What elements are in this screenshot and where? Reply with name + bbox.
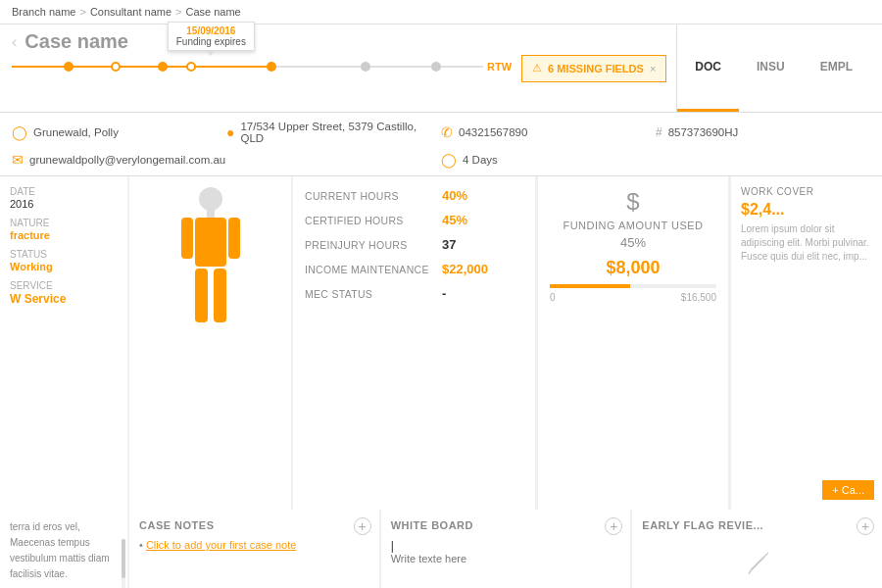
breadcrumb-consultant[interactable]: Consultant name: [90, 6, 172, 18]
patient-email: grunewaldpolly@verylongemail.com.au: [29, 154, 225, 166]
current-hours-value: 40%: [442, 188, 467, 203]
breadcrumb-sep2: >: [175, 6, 181, 18]
timeline-dot-2[interactable]: [111, 62, 121, 72]
missing-fields-banner: ⚠ 6 MISSING FIELDS ×: [521, 55, 666, 82]
workcov-body-text: Lorem ipsum dolor sit adipiscing elit. M…: [741, 222, 872, 264]
person-icon: ◯: [12, 124, 27, 140]
stat-mec: MEC STATUS -: [305, 286, 523, 301]
certified-hours-value: 45%: [442, 213, 467, 227]
income-value: $22,000: [442, 262, 488, 276]
funding-bar-fill: [550, 284, 630, 288]
case-note-first-link[interactable]: Click to add your first case note: [146, 539, 296, 551]
timeline-dot-6[interactable]: [361, 62, 370, 72]
funding-bar-container: [550, 284, 716, 288]
svg-rect-4: [228, 218, 240, 259]
funding-amount: $8,000: [550, 258, 716, 278]
whiteboard-input[interactable]: [391, 553, 621, 564]
figure-panel: [129, 176, 291, 510]
breadcrumb-branch[interactable]: Branch name: [12, 6, 75, 18]
income-label: INCOME MAINTENANCE: [305, 264, 442, 275]
whiteboard-content: |: [391, 539, 621, 564]
workcov-title: WORK COVER: [741, 186, 872, 197]
right-tabs: DOC INSU EMPL: [676, 24, 870, 112]
status-label: STATUS: [10, 249, 118, 260]
workcov-add-button[interactable]: + Ca...: [822, 480, 874, 500]
preinjury-hours-value: 37: [442, 237, 456, 252]
funding-percentage: 45%: [550, 235, 716, 250]
workcov-amount: $2,4...: [741, 201, 872, 219]
timeline-area: 15/09/2016 Funding expires RTW: [12, 53, 512, 82]
stat-certified-hours: CERTIFIED HOURS 45%: [305, 213, 523, 227]
hash-icon: #: [656, 125, 662, 139]
tab-insu[interactable]: INSU: [739, 24, 803, 112]
info-email: ✉ grunewaldpolly@verylongemail.com.au: [12, 152, 441, 168]
svg-rect-2: [195, 218, 226, 267]
preinjury-hours-label: PREINJURY HOURS: [305, 239, 442, 251]
timeline-tooltip: 15/09/2016 Funding expires: [168, 22, 255, 51]
workcov-panel: WORK COVER $2,4... Lorem ipsum dolor sit…: [730, 176, 882, 510]
timeline-line-filled: [12, 66, 271, 68]
content-area: DATE 2016 NATURE fracture STATUS Working…: [0, 176, 882, 510]
missing-fields-close[interactable]: ×: [650, 63, 656, 74]
whiteboard-add-button[interactable]: +: [605, 517, 622, 535]
back-arrow-button[interactable]: ‹: [12, 33, 17, 51]
timeline-cursor[interactable]: [191, 57, 211, 76]
tab-empl[interactable]: EMPL: [803, 24, 870, 112]
tooltip-arrow: [206, 50, 216, 56]
early-flag-title: EARLY FLAG REVIE...: [642, 519, 872, 531]
case-name-title: Case name: [24, 30, 128, 53]
main-header: ‹ Case name 15/09/2016 Funding expires: [0, 24, 882, 113]
timeline-dot-7[interactable]: [431, 62, 441, 72]
stat-preinjury-hours: PREINJURY HOURS 37: [305, 237, 523, 252]
patient-duration: 4 Days: [463, 154, 498, 166]
missing-fields-label: MISSING FIELDS: [557, 63, 644, 74]
patient-address: 17/534 Upper Street, 5379 Castillo, QLD: [240, 121, 441, 144]
stat-current-hours: CURRENT HOURS 40%: [305, 188, 523, 203]
tab-doc[interactable]: DOC: [677, 24, 739, 112]
funding-range-min: 0: [550, 292, 556, 303]
current-hours-label: CURRENT HOURS: [305, 190, 442, 202]
service-value: W Service: [10, 292, 118, 306]
card-scroll: terra id eros vel, Maecenas tempus vesti…: [0, 510, 127, 588]
body-figure-svg: [172, 184, 250, 336]
scrollbar-track[interactable]: [122, 539, 125, 588]
phone-icon: ✆: [441, 124, 453, 140]
early-flag-add-button[interactable]: +: [857, 517, 874, 535]
case-notes-content: • Click to add your first case note: [139, 539, 369, 551]
breadcrumb-case[interactable]: Case name: [185, 6, 240, 18]
scrollbar-thumb[interactable]: [122, 539, 125, 578]
rtw-label: RTW: [487, 61, 512, 73]
breadcrumb: Branch name > Consultant name > Case nam…: [0, 0, 882, 24]
tooltip-label: Funding expires: [176, 36, 246, 47]
svg-rect-5: [195, 269, 208, 322]
case-notes-add-button[interactable]: +: [354, 517, 371, 535]
dollar-icon: $: [550, 188, 716, 216]
timeline-dot-1[interactable]: [64, 62, 74, 72]
funding-range: 0 $16,500: [550, 292, 716, 303]
funding-title: FUNDING AMOUNT USED: [550, 220, 716, 231]
info-section: ◯ Grunewald, Polly ● 17/534 Upper Street…: [0, 113, 882, 176]
tooltip-date: 15/09/2016: [176, 25, 246, 36]
cards-row: terra id eros vel, Maecenas tempus vesti…: [0, 510, 882, 588]
clock-icon: ◯: [441, 152, 457, 168]
svg-point-0: [199, 187, 222, 211]
info-phone: ✆ 04321567890: [441, 121, 656, 144]
breadcrumb-sep1: >: [79, 6, 85, 18]
early-flag-content: There is noti...: [642, 539, 872, 588]
info-name: ◯ Grunewald, Polly: [12, 121, 226, 144]
info-duration: ◯ 4 Days: [441, 152, 870, 168]
whiteboard-title: WHITE BOARD: [391, 519, 621, 531]
left-panel: DATE 2016 NATURE fracture STATUS Working…: [0, 176, 127, 510]
email-icon: ✉: [12, 152, 24, 168]
mec-value: -: [442, 286, 446, 301]
certified-hours-label: CERTIFIED HOURS: [305, 215, 442, 226]
info-ref: # 857373690HJ: [656, 121, 870, 144]
scroll-content: terra id eros vel, Maecenas tempus vesti…: [10, 519, 118, 588]
svg-rect-3: [181, 218, 193, 259]
warning-icon: ⚠: [532, 62, 542, 74]
missing-fields-count: 6: [548, 63, 554, 74]
timeline-track: 15/09/2016 Funding expires: [12, 57, 483, 76]
timeline-dot-3[interactable]: [158, 62, 168, 72]
timeline-dot-5[interactable]: [267, 62, 276, 72]
case-name-row: ‹ Case name: [12, 30, 512, 53]
